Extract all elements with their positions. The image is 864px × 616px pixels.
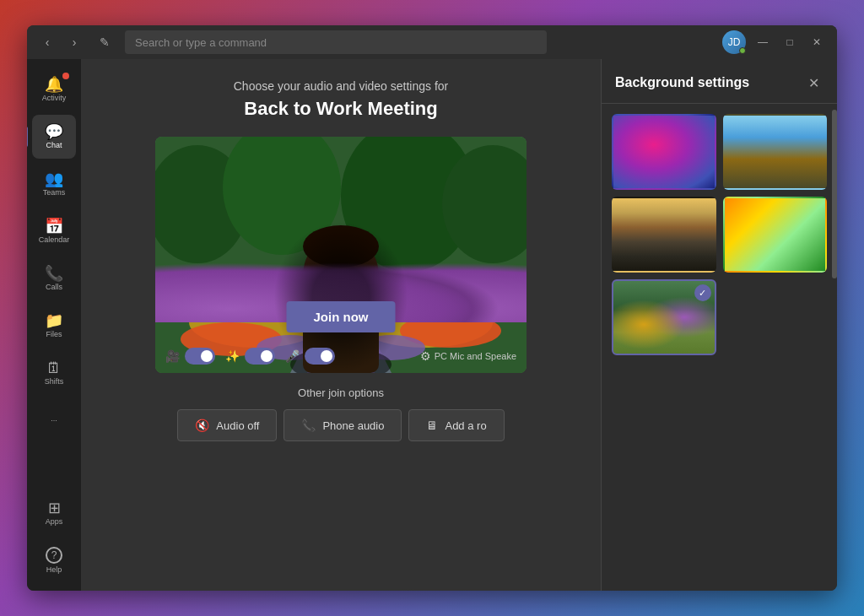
join-options-row: 🔇 Audio off 📞 Phone audio 🖥 Add a ro xyxy=(130,409,552,441)
bg-panel-title: Background settings xyxy=(615,75,749,90)
sidebar-label-chat: Chat xyxy=(46,141,62,149)
notification-badge xyxy=(62,73,69,79)
video-background xyxy=(155,137,526,373)
svg-rect-18 xyxy=(343,272,366,287)
bg-thumbnail-5[interactable]: ✓ xyxy=(612,279,716,355)
title-bar-actions: JD — □ ✕ xyxy=(722,30,827,54)
maximize-button[interactable]: □ xyxy=(780,32,800,52)
app-window: ‹ › ✎ Search or type a command JD — □ ✕ … xyxy=(27,25,837,591)
minimize-button[interactable]: — xyxy=(753,32,773,52)
teams-icon: 👥 xyxy=(45,171,63,186)
audio-off-button[interactable]: 🔇 Audio off xyxy=(177,409,277,441)
main-content: 🔔 Activity 💬 Chat 👥 Teams 📅 Calendar 📞 C… xyxy=(27,59,837,591)
sidebar-label-help: Help xyxy=(46,565,62,574)
phone-audio-button[interactable]: 📞 Phone audio xyxy=(284,409,402,441)
nav-buttons: ‹ › xyxy=(37,32,84,52)
content-area: Choose your audio and video settings for… xyxy=(81,59,601,591)
video-controls: 🎥 ✨ 🎤 ⚙ PC Mic and xyxy=(155,348,526,365)
meeting-title: Back to Work Meeting xyxy=(234,98,449,120)
forward-button[interactable]: › xyxy=(64,32,84,52)
add-room-label: Add a ro xyxy=(445,419,486,432)
join-now-button[interactable]: Join now xyxy=(287,301,396,332)
mic-switch[interactable] xyxy=(305,348,335,365)
more-icon: ··· xyxy=(51,416,57,424)
mic-icon: 🎤 xyxy=(285,349,300,363)
room-icon: 🖥 xyxy=(426,419,438,432)
phone-audio-label: Phone audio xyxy=(322,419,384,432)
effects-icon: ✨ xyxy=(225,349,240,363)
back-button[interactable]: ‹ xyxy=(37,32,57,52)
search-bar[interactable]: Search or type a command xyxy=(125,30,547,54)
sidebar-item-teams[interactable]: 👥 Teams xyxy=(32,162,76,206)
close-bg-panel-button[interactable]: ✕ xyxy=(803,73,824,93)
close-button[interactable]: ✕ xyxy=(807,32,827,52)
video-icon: 🎥 xyxy=(165,349,180,363)
bg-thumbnail-4[interactable] xyxy=(723,197,828,273)
meeting-subtitle: Choose your audio and video settings for xyxy=(234,79,449,93)
apps-icon: ⊞ xyxy=(48,500,61,516)
sidebar-item-activity[interactable]: 🔔 Activity xyxy=(32,68,76,111)
sidebar-label-apps: Apps xyxy=(46,517,63,526)
bg-settings-panel: Background settings ✕ ✓ xyxy=(601,59,837,591)
meeting-setup: Choose your audio and video settings for… xyxy=(81,59,601,591)
video-switch[interactable] xyxy=(185,348,215,365)
meeting-title-section: Choose your audio and video settings for… xyxy=(234,79,449,120)
audio-device-label: PC Mic and Speake xyxy=(435,351,516,361)
svg-rect-17 xyxy=(316,272,339,287)
sidebar-item-apps[interactable]: ⊞ Apps xyxy=(32,491,76,535)
svg-point-16 xyxy=(303,225,379,267)
effects-switch[interactable] xyxy=(245,348,275,365)
sidebar-label-teams: Teams xyxy=(43,188,66,197)
shifts-icon: 🗓 xyxy=(46,360,62,376)
compose-icon[interactable]: ✎ xyxy=(94,32,115,52)
calls-icon: 📞 xyxy=(45,266,63,281)
sidebar-label-activity: Activity xyxy=(42,94,67,102)
chat-icon: 💬 xyxy=(45,124,63,139)
add-room-button[interactable]: 🖥 Add a ro xyxy=(408,409,504,441)
help-icon: ? xyxy=(46,547,62,564)
scrollbar[interactable] xyxy=(832,110,837,278)
effects-toggle[interactable]: ✨ xyxy=(225,348,275,365)
selected-checkmark: ✓ xyxy=(694,284,711,301)
sidebar-item-calls[interactable]: 📞 Calls xyxy=(32,257,76,300)
presence-dot xyxy=(739,47,746,54)
garden-bg-svg xyxy=(155,137,526,373)
activity-icon: 🔔 xyxy=(45,77,63,92)
audio-device-selector[interactable]: ⚙ PC Mic and Speake xyxy=(420,349,516,363)
title-bar: ‹ › ✎ Search or type a command JD — □ ✕ xyxy=(27,25,837,59)
other-options-title: Other join options xyxy=(130,386,552,399)
video-toggle[interactable]: 🎥 xyxy=(165,348,215,365)
sidebar-item-more[interactable]: ··· xyxy=(32,398,76,442)
avatar[interactable]: JD xyxy=(722,30,746,54)
sidebar: 🔔 Activity 💬 Chat 👥 Teams 📅 Calendar 📞 C… xyxy=(27,59,81,591)
bg-panel-header: Background settings ✕ xyxy=(602,59,837,104)
sidebar-label-files: Files xyxy=(46,330,62,338)
bg-thumbnail-3[interactable] xyxy=(612,197,716,273)
audio-off-icon: 🔇 xyxy=(195,419,209,432)
bg-thumbnail-1[interactable] xyxy=(612,114,716,190)
video-preview: Join now 🎥 ✨ 🎤 xyxy=(155,137,526,373)
sidebar-item-shifts[interactable]: 🗓 Shifts xyxy=(32,351,76,395)
gear-icon: ⚙ xyxy=(420,349,431,363)
other-options: Other join options 🔇 Audio off 📞 Phone a… xyxy=(130,386,552,441)
sidebar-item-calendar[interactable]: 📅 Calendar xyxy=(32,209,76,253)
sidebar-item-chat[interactable]: 💬 Chat xyxy=(32,115,76,159)
sidebar-label-calls: Calls xyxy=(46,283,62,291)
sidebar-item-files[interactable]: 📁 Files xyxy=(32,304,76,348)
bg-thumbnails-grid: ✓ xyxy=(602,104,837,365)
search-placeholder: Search or type a command xyxy=(135,36,267,49)
sidebar-label-calendar: Calendar xyxy=(39,235,70,244)
calendar-icon: 📅 xyxy=(45,219,63,234)
files-icon: 📁 xyxy=(45,313,63,328)
sidebar-label-shifts: Shifts xyxy=(45,377,64,386)
sidebar-item-help[interactable]: ? Help xyxy=(32,538,76,582)
phone-icon: 📞 xyxy=(301,419,316,432)
mic-toggle[interactable]: 🎤 xyxy=(285,348,335,365)
audio-off-label: Audio off xyxy=(216,419,259,432)
bg-thumbnail-2[interactable] xyxy=(723,114,828,190)
